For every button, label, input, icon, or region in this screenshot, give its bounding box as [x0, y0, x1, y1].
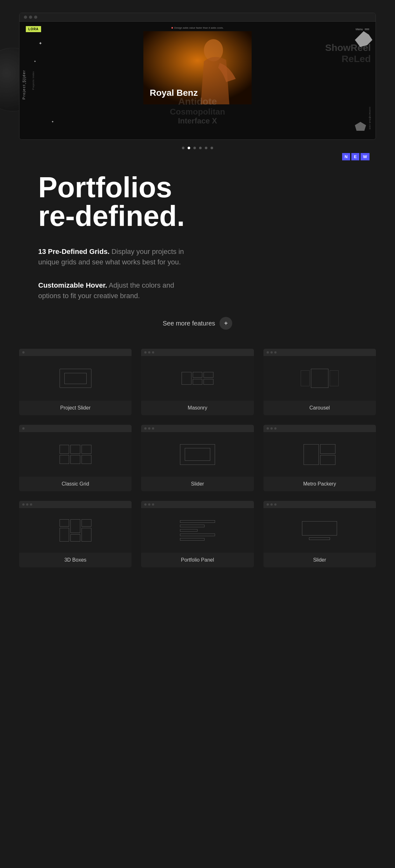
card-label-0: Project Slider [19, 401, 132, 415]
headline-line2: re-defined. [38, 202, 357, 230]
card-slider-big[interactable]: Slider [141, 425, 254, 491]
card-preview-carousel [263, 356, 376, 401]
badge-w: W [361, 153, 369, 160]
card-preview-bigslider [141, 432, 254, 477]
card-preview-panel [141, 508, 254, 553]
card-label-3: Classic Grid [19, 477, 132, 491]
grid-row-2: Classic Grid Slider [19, 425, 376, 491]
wf-classic [60, 445, 91, 464]
wf-slider [60, 369, 91, 388]
see-more-text: See more features [163, 320, 215, 327]
browser-window: LORA Design adds value faster than it ad… [19, 13, 376, 140]
feature-1-bold: 13 Pre-Defined Grids. [38, 248, 110, 255]
browser-section: Project Slider LORA Design adds value fa… [0, 0, 395, 140]
card-browser-top [19, 349, 132, 356]
card-label-1: Masonry [141, 401, 254, 415]
headline: Portfolios re-defined. [38, 173, 357, 230]
card-3d-boxes[interactable]: 3D Boxes [19, 501, 132, 567]
ticker-dot [171, 27, 173, 29]
new-badge-row: N E W [0, 153, 395, 160]
card-browser-top-3 [263, 349, 376, 356]
card-label-5: Metro Packery [263, 477, 376, 491]
card-browser-top-5 [141, 425, 254, 432]
browser-dot-green [34, 16, 37, 19]
see-more-button[interactable]: + [220, 317, 232, 330]
card-label-7: Portfolio Panel [141, 553, 254, 567]
dot-3[interactable] [193, 147, 196, 149]
site-nav: LORA Design adds value faster than it ad… [20, 22, 375, 37]
card-classic-grid[interactable]: Classic Grid [19, 425, 132, 491]
card-browser-top-7 [19, 501, 132, 508]
site-ticker: Design adds value faster than it adds co… [171, 26, 224, 29]
dot-1[interactable] [182, 147, 185, 149]
card-browser-top-8 [141, 501, 254, 508]
grid-row-3: 3D Boxes Portfolio Panel [19, 501, 376, 567]
feature-2: Customizable Hover. Adjust the colors an… [38, 280, 185, 301]
feature-1: 13 Pre-Defined Grids. Display your proje… [38, 246, 185, 267]
browser-content: LORA Design adds value faster than it ad… [20, 22, 375, 140]
wf-panel [180, 520, 215, 540]
card-preview-classic [19, 432, 132, 477]
wf-slider-inner [64, 373, 87, 384]
feature-2-bold: Customizable Hover. [38, 281, 107, 289]
features-text: 13 Pre-Defined Grids. Display your proje… [38, 246, 357, 301]
badge-e: E [351, 153, 359, 160]
wf-bigslider [180, 444, 215, 465]
grid-section: Project Slider Masonry [0, 349, 395, 596]
project-slider-label: Project Slider [22, 70, 26, 99]
grid-row-1: Project Slider Masonry [19, 349, 376, 415]
card-preview-masonry [141, 356, 254, 401]
menu-icon [365, 29, 369, 30]
card-browser-top-4 [19, 425, 132, 432]
card-preview-btmslider [263, 508, 376, 553]
headline-line1: Portfolios [38, 173, 357, 202]
wf-metro [304, 444, 335, 465]
dot-6[interactable] [210, 147, 213, 149]
wf-carousel [301, 369, 339, 388]
browser-dot-red [24, 16, 27, 19]
dot-2[interactable] [188, 147, 190, 149]
card-preview-slider [19, 356, 132, 401]
wf-3dboxes [60, 519, 91, 541]
browser-topbar [20, 13, 375, 22]
card-label-4: Slider [141, 477, 254, 491]
card-slider-bottom[interactable]: Slider [263, 501, 376, 567]
card-label-2: Carousel [263, 401, 376, 415]
card-preview-metro [263, 432, 376, 477]
card-label-6: 3D Boxes [19, 553, 132, 567]
card-browser-top-2 [141, 349, 254, 356]
wf-masonry [181, 372, 214, 385]
card-portfolio-panel[interactable]: Portfolio Panel [141, 501, 254, 567]
card-metro-packery[interactable]: Metro Packery [263, 425, 376, 491]
see-more-row[interactable]: See more features + [0, 317, 395, 330]
card-masonry[interactable]: Masonry [141, 349, 254, 415]
card-browser-top-6 [263, 425, 376, 432]
wf-btmslider [302, 521, 337, 540]
wf-bigslider-inner [185, 448, 210, 461]
site-logo: LORA [26, 26, 41, 32]
card-browser-top-9 [263, 501, 376, 508]
card-preview-3d [19, 508, 132, 553]
card-carousel[interactable]: Carousel [263, 349, 376, 415]
badge-n: N [342, 153, 350, 160]
dot-4[interactable] [199, 147, 202, 149]
main-content: Portfolios re-defined. 13 Pre-Defined Gr… [0, 167, 395, 301]
card-label-8: Slider [263, 553, 376, 567]
browser-dot-yellow [29, 16, 32, 19]
dot-5[interactable] [205, 147, 207, 149]
ghost-text-layer: ShowReel ReLed Antidote Cosmopolitan Int… [24, 33, 371, 125]
site-nav-right: Menu [356, 28, 369, 31]
card-project-slider[interactable]: Project Slider [19, 349, 132, 415]
